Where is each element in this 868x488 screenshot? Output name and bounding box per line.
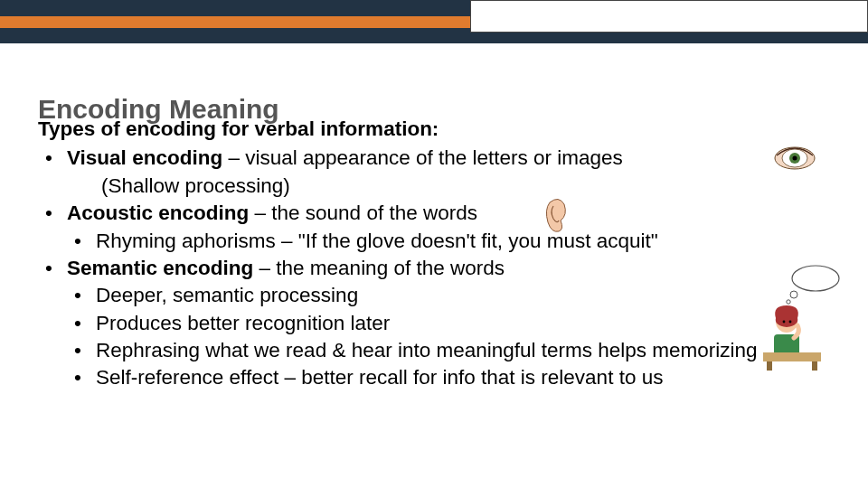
sub-text: Deeper, semantic processing — [96, 284, 358, 306]
list-item: Visual encoding – visual appearance of t… — [38, 145, 841, 200]
list-item: Deeper, semantic processing — [67, 282, 841, 309]
sub-text: Self-reference effect – better recall fo… — [96, 366, 663, 389]
ear-icon — [542, 197, 570, 239]
item-rest: – the meaning of the words — [253, 257, 505, 279]
item-bold: Acoustic encoding — [67, 202, 249, 224]
list-item: Rephrasing what we read & hear into mean… — [67, 337, 841, 364]
svg-point-13 — [789, 321, 792, 324]
sub-list: Rhyming aphorisms – "If the glove doesn'… — [67, 228, 841, 255]
sub-text: Rephrasing what we read & hear into mean… — [96, 339, 758, 361]
title-block-box — [470, 0, 868, 33]
list-item: Semantic encoding – the meaning of the w… — [38, 255, 841, 392]
svg-point-4 — [792, 266, 839, 291]
intro-line: Types of encoding for verbal information… — [38, 116, 841, 143]
svg-rect-11 — [812, 361, 817, 371]
sub-list: Deeper, semantic processing Produces bet… — [67, 282, 841, 392]
list-item: Acoustic encoding – the sound of the wor… — [38, 200, 841, 255]
list-item: Rhyming aphorisms – "If the glove doesn'… — [67, 228, 841, 255]
svg-point-6 — [787, 300, 790, 304]
svg-point-3 — [793, 156, 797, 161]
slide-content: Types of encoding for verbal information… — [38, 116, 841, 392]
slide-header-bar — [0, 0, 868, 43]
item-extra: (Shallow processing) — [67, 173, 841, 200]
item-rest: – the sound of the words — [249, 202, 477, 224]
item-bold: Semantic encoding — [67, 257, 253, 279]
svg-rect-9 — [763, 352, 821, 361]
item-bold: Visual encoding — [67, 146, 222, 169]
sub-text: Rhyming aphorisms – "If the glove doesn'… — [96, 230, 658, 252]
sub-text: Produces better recognition later — [96, 312, 390, 334]
list-item: Produces better recognition later — [67, 310, 841, 337]
list-item: Self-reference effect – better recall fo… — [67, 364, 841, 391]
person-thinking-icon — [763, 262, 843, 374]
svg-point-12 — [783, 321, 786, 324]
item-rest: – visual appearance of the letters or im… — [222, 146, 623, 169]
bullet-list: Visual encoding – visual appearance of t… — [38, 145, 841, 391]
svg-rect-10 — [767, 361, 772, 371]
svg-point-5 — [790, 291, 797, 298]
eye-icon — [774, 145, 816, 175]
